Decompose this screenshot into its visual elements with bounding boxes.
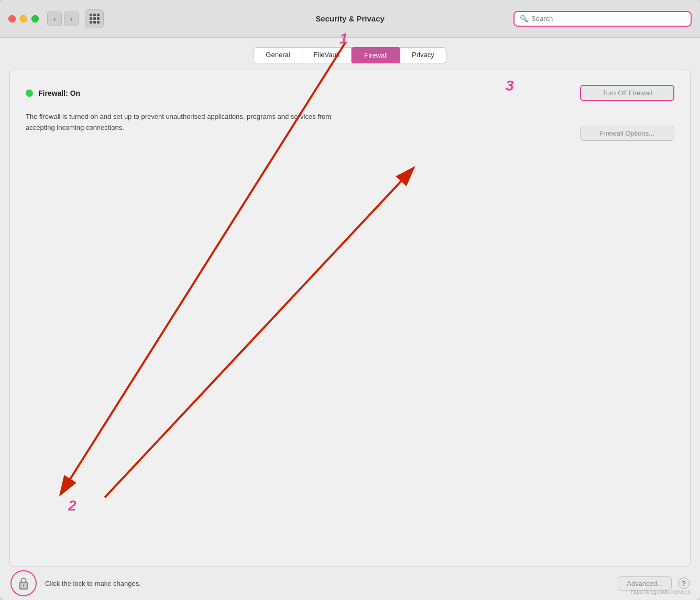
advanced-button[interactable]: Advanced...	[618, 576, 672, 591]
firewall-header: Firewall: On Turn Off Firewall	[26, 85, 674, 101]
firewall-description: The firewall is turned on and set up to …	[26, 112, 351, 134]
search-input[interactable]	[531, 15, 685, 23]
window-title: Security & Privacy	[315, 14, 385, 23]
tabs-bar: General FileVault Firewall Privacy	[0, 38, 700, 70]
bottom-bar: Click the lock to make changes. Advanced…	[0, 566, 700, 600]
back-button[interactable]: ‹	[47, 12, 62, 26]
content-area: Firewall: On Turn Off Firewall The firew…	[9, 70, 691, 566]
forward-button[interactable]: ›	[64, 12, 79, 26]
status-dot	[26, 90, 33, 97]
lock-icon	[17, 576, 30, 590]
forward-icon: ›	[70, 15, 73, 23]
grid-button[interactable]	[85, 9, 104, 28]
firewall-status: Firewall: On	[26, 89, 80, 97]
traffic-lights	[8, 15, 39, 23]
search-box[interactable]: 🔍	[513, 11, 692, 27]
firewall-status-label: Firewall: On	[38, 89, 80, 97]
firewall-options-button[interactable]: Firewall Options...	[580, 126, 674, 141]
tab-firewall[interactable]: Firewall	[352, 47, 400, 63]
turn-off-firewall-button[interactable]: Turn Off Firewall	[580, 85, 674, 101]
nav-buttons: ‹ ›	[47, 12, 79, 26]
tab-general[interactable]: General	[254, 47, 302, 63]
search-icon: 🔍	[520, 15, 528, 23]
watermark: https://blog.csdn.net/vnen	[631, 589, 691, 595]
lock-label: Click the lock to make changes.	[45, 580, 141, 587]
tab-privacy[interactable]: Privacy	[400, 47, 446, 63]
close-button[interactable]	[8, 15, 16, 23]
main-window: ‹ › Security & Privacy 🔍 General FileVau…	[0, 0, 700, 600]
grid-icon	[90, 14, 100, 24]
help-button[interactable]: ?	[678, 577, 690, 589]
maximize-button[interactable]	[31, 15, 39, 23]
back-icon: ‹	[53, 15, 56, 23]
lock-button[interactable]	[10, 570, 37, 596]
minimize-button[interactable]	[20, 15, 27, 23]
titlebar: ‹ › Security & Privacy 🔍	[0, 0, 700, 38]
tab-filevault[interactable]: FileVault	[302, 47, 352, 63]
